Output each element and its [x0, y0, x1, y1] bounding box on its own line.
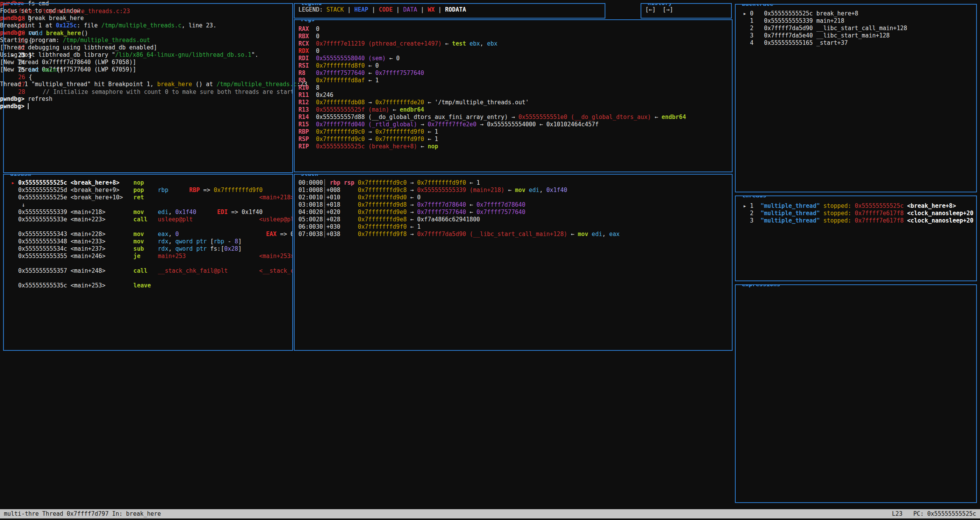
text-segment: ▸	[8, 179, 18, 186]
text-segment: RBP	[189, 187, 200, 194]
text-segment: nop	[428, 143, 438, 150]
text-segment: ←	[445, 40, 452, 47]
text-segment: 01:0008	[298, 187, 323, 194]
text-segment: EDI	[217, 209, 228, 216]
text-segment: {	[29, 74, 32, 81]
text-segment: ←	[393, 106, 400, 113]
text-line: 0x55555555535c <main+253> leave	[8, 282, 292, 289]
text-segment: 0	[309, 33, 319, 40]
text-segment: edi	[529, 187, 539, 194]
text-segment: →	[410, 209, 417, 216]
text-segment	[168, 187, 189, 194]
registers-panel-title: regs	[299, 19, 316, 22]
text-segment: 0x7fffffffd9c0	[309, 128, 368, 135]
text-segment: ebx	[470, 40, 480, 47]
text-segment: 0x7fffffffd8f0	[309, 62, 368, 69]
text-segment: 0x7ffff7577640	[477, 209, 525, 216]
status-bar: multi-thre Thread 0x7ffff7d797 In: break…	[0, 509, 980, 518]
text-line: 01:0008│+008 0x7fffffffd9c8 → 0x55555555…	[298, 187, 732, 194]
text-segment: +008	[326, 187, 358, 194]
text-segment: 0x55555555534c <main+237>	[18, 245, 133, 252]
text-segment: →	[368, 128, 375, 135]
text-segment: 0x7ffff7da5e40 __libc_start_main+128	[764, 32, 890, 39]
text-segment: stopped:	[820, 202, 855, 209]
text-segment: <main+218>	[259, 194, 292, 201]
text-segment: ←	[571, 231, 578, 238]
text-segment: 0x55555555525f (main)	[309, 106, 393, 113]
text-segment: 3	[740, 217, 760, 224]
text-segment: 0	[309, 48, 319, 54]
text-segment: 0x7fffffffd9d8	[358, 201, 410, 208]
history-forward-button[interactable]: [→]	[663, 6, 673, 13]
text-segment: │	[323, 179, 326, 186]
text-line: 0x55555555533e <main+223> call usleep@pl…	[8, 216, 292, 223]
text-line: RBP 0x7fffffffd9c0 → 0x7fffffffd9f0 ← 1	[298, 128, 732, 136]
status-bar-line-number: L23	[892, 510, 902, 518]
text-segment: ← 1	[368, 77, 379, 84]
text-segment: 0x7ffff7577640	[305, 70, 368, 76]
text-segment: leave	[133, 282, 151, 289]
text-segment: → 0x555555554000 ← 0x10102464c457f	[480, 121, 599, 128]
text-segment: R14	[298, 114, 309, 121]
text-segment: 0x7fffffffde20	[375, 99, 428, 106]
text-line: 0x55555555525d <break_here+9> pop rbp RB…	[8, 187, 292, 194]
history-back-button[interactable]: [←]	[645, 6, 656, 13]
text-line: 0x55555555525e <break_here+10> ret <main…	[8, 194, 292, 201]
text-segment: 0x7ffff7d78640	[477, 201, 525, 208]
text-segment: <main+253>	[259, 253, 292, 260]
text-line: R11 0x246	[298, 92, 732, 99]
text-segment: ,	[480, 40, 487, 47]
text-segment: mov	[133, 209, 158, 216]
text-segment: 0x7ffff7e11219 (pthread_create+1497)	[309, 40, 445, 47]
text-segment: je	[133, 253, 158, 260]
text-segment: │	[323, 231, 326, 238]
text-line: RSI 0x7fffffffd8f0 ← 0	[298, 62, 732, 70]
text-segment: 0x7fffffffd9e0	[358, 209, 410, 216]
text-segment: edi	[158, 209, 168, 216]
text-segment: 1	[740, 17, 764, 24]
stack-listing: 00:0000│ rbp rsp 0x7fffffffd9c0 → 0x7fff…	[295, 175, 732, 350]
text-segment: 27	[8, 81, 25, 88]
text-segment: →	[421, 121, 428, 128]
text-segment: qword ptr	[175, 238, 210, 245]
text-segment	[8, 238, 18, 245]
text-segment: 0x1f40	[546, 187, 567, 194]
text-segment: eax	[609, 231, 620, 238]
text-segment: 0x555555558040 (sem)	[309, 55, 389, 62]
text-segment: +010	[326, 194, 358, 201]
text-segment: ←	[654, 114, 661, 121]
text-segment: 22	[8, 44, 25, 51]
text-segment: 0x555555555339 (main+218)	[417, 187, 508, 194]
text-segment: <clock_nanosleep+20	[903, 210, 973, 217]
text-line: ▸ 0x55555555525c <break_here+8> nop	[8, 179, 292, 187]
text-segment	[196, 209, 217, 216]
threads-panel: threads ▸ 1 "multiple_thread" stopped: 0…	[735, 195, 977, 281]
text-segment: RDX	[298, 48, 309, 54]
text-segment: RAX	[298, 25, 309, 32]
text-segment	[8, 209, 18, 216]
text-line: 03:0018│+018 0x7fffffffd9d8 → 0x7ffff7d7…	[298, 201, 732, 209]
text-segment	[8, 187, 18, 194]
disassembly-panel-title: disasm	[9, 174, 32, 177]
text-segment: R11	[298, 92, 309, 99]
text-line: 07:0038│+038 0x7fffffffd9f8 → 0x7ffff7da…	[298, 231, 732, 238]
text-segment: RIP	[298, 143, 309, 150]
text-segment: ,	[168, 231, 175, 238]
text-line: RAX 0	[298, 25, 732, 33]
text-segment: "multiple_thread"	[760, 202, 820, 209]
text-segment: |	[417, 6, 428, 13]
text-line	[8, 275, 292, 282]
text-segment: ,	[539, 187, 546, 194]
text-segment: 0x7fffffffd8af	[305, 77, 368, 84]
text-line: 2 "multiple_thread" stopped: 0x7ffff7e61…	[740, 210, 976, 217]
text-segment: rdx	[158, 245, 168, 252]
text-segment	[8, 245, 18, 252]
text-segment	[228, 267, 259, 274]
text-segment: 0x555555555357 <main+248>	[18, 267, 133, 274]
text-segment: ← 1	[410, 223, 421, 230]
text-line: R8 0x7ffff7577640 ← 0x7ffff7577640	[298, 70, 732, 77]
text-segment: ▸	[8, 52, 18, 59]
text-segment: <break_here+8>	[903, 202, 956, 209]
text-line: 2 0x7ffff7da5d90 __libc_start_call_main+…	[740, 25, 976, 32]
text-segment: 0x7fffffffd9c0	[358, 179, 410, 186]
